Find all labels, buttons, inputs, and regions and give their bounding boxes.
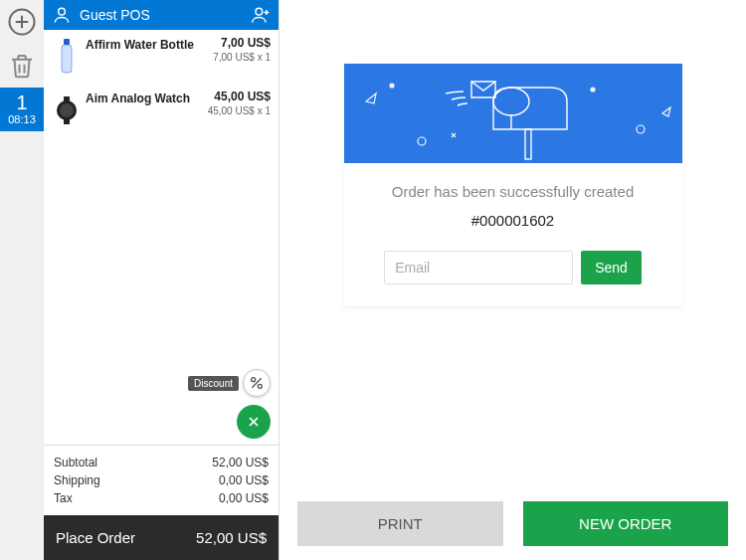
svg-point-24 — [390, 84, 394, 88]
close-icon — [246, 414, 262, 430]
trash-icon — [7, 51, 37, 81]
email-field[interactable] — [384, 251, 573, 284]
mailbox-icon — [344, 64, 682, 163]
cart-title: Guest POS — [72, 7, 251, 23]
order-id: #000001602 — [360, 212, 666, 229]
discount-percent-button[interactable] — [243, 369, 271, 397]
place-order-total: 52,00 US$ — [196, 529, 267, 546]
product-thumbnail — [52, 36, 82, 78]
svg-rect-10 — [62, 45, 72, 73]
subtotal-value: 52,00 US$ — [212, 456, 269, 469]
add-tab-button[interactable] — [0, 0, 44, 44]
item-price: 7,00 US$ — [213, 36, 271, 50]
item-subline: 45,00 US$ x 1 — [208, 105, 271, 116]
bottle-icon — [61, 39, 73, 75]
discount-control: Discount — [188, 369, 271, 397]
shipping-label: Shipping — [54, 473, 100, 487]
order-tab-time: 08:13 — [0, 113, 44, 125]
svg-point-16 — [252, 378, 256, 382]
cart-items: Affirm Water Bottle 7,00 US$ 7,00 US$ x … — [44, 30, 279, 445]
confirm-hero — [344, 64, 682, 163]
cart-panel: Guest POS Affirm Water Bottle 7,00 US$ 7… — [44, 0, 280, 560]
svg-rect-14 — [64, 119, 70, 124]
cart-item[interactable]: Affirm Water Bottle 7,00 US$ 7,00 US$ x … — [44, 30, 279, 84]
svg-point-17 — [258, 384, 262, 388]
place-order-label: Place Order — [56, 529, 135, 546]
totals: Subtotal52,00 US$ Shipping0,00 US$ Tax0,… — [44, 445, 279, 515]
cart-item[interactable]: Aim Analog Watch 45,00 US$ 45,00 US$ x 1 — [44, 84, 279, 137]
new-order-button[interactable]: NEW ORDER — [523, 501, 729, 546]
watch-icon — [53, 96, 81, 124]
svg-point-5 — [59, 8, 66, 15]
place-order-button[interactable]: Place Order 52,00 US$ — [44, 515, 279, 560]
confirm-card: Order has been successfully created #000… — [344, 64, 682, 306]
send-button[interactable]: Send — [581, 251, 642, 284]
tax-value: 0,00 US$ — [219, 491, 269, 505]
plus-circle-icon — [7, 7, 37, 37]
item-subline: 7,00 US$ x 1 — [213, 52, 271, 63]
svg-rect-13 — [64, 96, 70, 101]
svg-point-12 — [60, 103, 74, 117]
result-panel: Order has been successfully created #000… — [280, 0, 746, 560]
svg-point-22 — [591, 88, 595, 92]
product-thumbnail — [52, 90, 82, 131]
svg-rect-20 — [344, 64, 682, 163]
discount-label: Discount — [188, 376, 239, 391]
cart-header: Guest POS — [44, 0, 279, 30]
item-name: Aim Analog Watch — [86, 90, 208, 105]
delete-tab-button[interactable] — [0, 44, 44, 88]
order-tab[interactable]: 1 08:13 — [0, 88, 44, 131]
shipping-value: 0,00 US$ — [219, 473, 269, 487]
percent-icon — [249, 375, 265, 391]
svg-point-6 — [256, 8, 263, 15]
left-icon-sidebar: 1 08:13 — [0, 0, 44, 560]
bottom-actions: PRINT NEW ORDER — [280, 501, 746, 560]
confirm-message: Order has been successfully created — [360, 183, 666, 200]
user-icon — [52, 5, 72, 25]
svg-line-15 — [252, 378, 261, 387]
close-discount-button[interactable] — [237, 405, 271, 439]
print-button[interactable]: PRINT — [297, 501, 503, 546]
item-price: 45,00 US$ — [208, 90, 271, 103]
item-name: Affirm Water Bottle — [86, 36, 213, 52]
add-user-button[interactable] — [251, 5, 271, 25]
order-tab-number: 1 — [0, 92, 44, 113]
tax-label: Tax — [54, 491, 73, 505]
svg-rect-9 — [64, 39, 70, 45]
subtotal-label: Subtotal — [54, 456, 97, 469]
